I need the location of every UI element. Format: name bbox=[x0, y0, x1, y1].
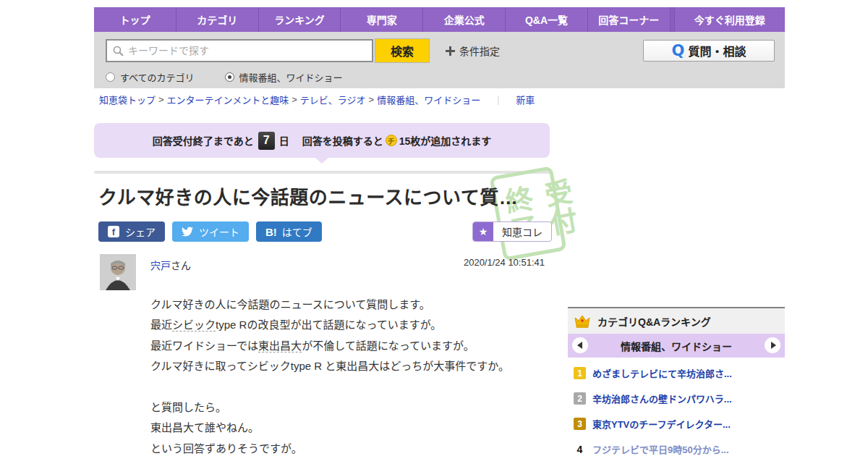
nav-item-signup[interactable]: 今すぐ利用登録 bbox=[675, 7, 785, 32]
condition-link[interactable]: 条件指定 bbox=[446, 43, 500, 58]
ranking-sidebar: カテゴリQ&Aランキング 情報番組、ワイドショー 1 めざましテレビにて辛坊治郎… bbox=[568, 307, 785, 456]
author-name-link[interactable]: 宍戸 bbox=[150, 260, 171, 271]
breadcrumb-entertainment[interactable]: エンターテインメントと趣味 bbox=[167, 93, 289, 106]
ranking-list: 1 めざましテレビにて辛坊治郎さ... 2 辛坊治郎さんの壁ドンパワハラ... … bbox=[568, 358, 785, 456]
condition-label: 条件指定 bbox=[459, 43, 500, 58]
question-line: 最近ワイドショーでは東出昌大が不倫して話題になっていますが。 bbox=[150, 336, 553, 356]
question-body: クルマ好きの人に今話題のニュースについて質問します。 最近シビックtype Rの… bbox=[150, 295, 553, 456]
search-box[interactable] bbox=[106, 39, 373, 62]
twitter-bird-icon bbox=[182, 227, 193, 237]
divider-rule bbox=[94, 171, 551, 174]
banner-pointer bbox=[315, 158, 328, 164]
main-content: 受付 終了 クルマ好きの人に今話題のニュースについて質… f シェア ツイート … bbox=[94, 180, 785, 456]
question-timestamp: 2020/1/24 10:51:41 bbox=[464, 257, 545, 268]
rank-badge-gold: 1 bbox=[574, 367, 586, 379]
radio-category-label[interactable]: 情報番組、ワイドショー bbox=[239, 70, 343, 84]
carousel-prev-button[interactable] bbox=[572, 337, 588, 353]
breadcrumb-tv-radio[interactable]: テレビ、ラジオ bbox=[300, 93, 366, 106]
share-row: f シェア ツイート B! はてブ ★ 知恵コレ bbox=[94, 221, 553, 242]
carousel-category-label: 情報番組、ワイドショー bbox=[621, 339, 732, 353]
question-text: 最近 bbox=[150, 318, 172, 331]
question-text: が不倫して話題になっていますが。 bbox=[302, 339, 475, 352]
avatar-image bbox=[100, 254, 136, 290]
crown-icon bbox=[574, 314, 591, 329]
banner-day-unit: 日 bbox=[279, 133, 289, 148]
plus-icon bbox=[446, 46, 455, 56]
rank-badge-silver: 2 bbox=[574, 392, 586, 405]
question-line: 東出昌大て誰やねん。 bbox=[150, 418, 553, 438]
ranking-item-text: 東京YTVのチーフデイレクター... bbox=[592, 417, 731, 431]
rank-badge-bronze: 3 bbox=[574, 418, 586, 430]
nav-divider bbox=[670, 7, 675, 32]
ranking-title: カテゴリQ&Aランキング bbox=[597, 314, 711, 329]
breadcrumb-current[interactable]: 情報番組、ワイドショー bbox=[377, 93, 480, 106]
facebook-icon: f bbox=[108, 226, 119, 237]
chie-coin-icon: チ bbox=[386, 135, 397, 146]
hatena-share-button[interactable]: B! はてブ bbox=[256, 221, 322, 242]
question-line: クルマ好きの人に今話題のニュースについて質問します。 bbox=[150, 295, 553, 315]
banner-pre-text: 回答受付終了まであと bbox=[153, 133, 254, 148]
twitter-share-label: ツイート bbox=[199, 224, 239, 239]
radio-all-categories[interactable] bbox=[106, 72, 115, 82]
nav-item-experts[interactable]: 専門家 bbox=[340, 7, 422, 32]
banner-reward-text: 15枚が追加されます bbox=[399, 133, 492, 148]
days-remaining-tile: 7 bbox=[258, 132, 275, 150]
page-container: トップ カテゴリ ランキング 専門家 企業公式 Q&A一覧 回答コーナー 今すぐ… bbox=[94, 7, 785, 456]
breadcrumb: 知恵袋トップ > エンターテインメントと趣味 > テレビ、ラジオ > 情報番組、… bbox=[94, 88, 785, 110]
breadcrumb-separator: > bbox=[292, 94, 297, 105]
top-navigation: トップ カテゴリ ランキング 専門家 企業公式 Q&A一覧 回答コーナー 今すぐ… bbox=[94, 7, 785, 32]
ranking-item-2[interactable]: 2 辛坊治郎さんの壁ドンパワハラ... bbox=[574, 392, 780, 405]
search-input[interactable] bbox=[128, 45, 366, 56]
ranking-item-1[interactable]: 1 めざましテレビにて辛坊治郎さ... bbox=[574, 366, 780, 380]
star-icon: ★ bbox=[473, 222, 493, 241]
breadcrumb-home[interactable]: 知恵袋トップ bbox=[99, 93, 156, 106]
ranking-item-3[interactable]: 3 東京YTVのチーフデイレクター... bbox=[574, 417, 780, 431]
search-section: 検索 条件指定 Q 質問・相談 すべてのカテゴリ 情報番組、ワイドショー bbox=[94, 32, 785, 88]
breadcrumb-separator: > bbox=[369, 94, 375, 105]
deadline-banner-wrap: 回答受付終了まであと 7 日 回答を投稿すると チ 15枚が追加されます bbox=[94, 123, 550, 158]
radio-current-category[interactable] bbox=[225, 72, 234, 82]
question-line: 最近シビックtype Rの改良型が出て話題になっていますが。 bbox=[150, 315, 553, 335]
banner-post-text: 回答を投稿すると bbox=[302, 133, 383, 148]
question-line-blank bbox=[150, 377, 553, 397]
ranking-header: カテゴリQ&Aランキング bbox=[568, 307, 785, 334]
avatar[interactable] bbox=[100, 254, 136, 290]
nav-item-qa-list[interactable]: Q&A一覧 bbox=[505, 7, 587, 32]
nav-item-answer-corner[interactable]: 回答コーナー bbox=[587, 7, 670, 32]
chiecolle-button[interactable]: ★ 知恵コレ bbox=[472, 221, 552, 242]
category-carousel: 情報番組、ワイドショー bbox=[568, 334, 785, 358]
rank-number: 4 bbox=[574, 443, 586, 455]
facebook-share-label: シェア bbox=[125, 224, 156, 239]
deadline-banner: 回答受付終了まであと 7 日 回答を投稿すると チ 15枚が追加されます bbox=[94, 123, 550, 158]
author-row: 宍戸さん 2020/1/24 10:51:41 bbox=[94, 254, 553, 292]
ask-question-button[interactable]: Q 質問・相談 bbox=[643, 40, 775, 62]
radio-all-label[interactable]: すべてのカテゴリ bbox=[120, 70, 195, 84]
ranking-item-4[interactable]: 4 フジテレビで平日9時50分から... bbox=[574, 442, 780, 456]
facebook-share-button[interactable]: f シェア bbox=[98, 221, 165, 242]
search-button[interactable]: 検索 bbox=[375, 38, 430, 63]
left-arrow-icon bbox=[577, 342, 582, 349]
breadcrumb-separator: > bbox=[158, 94, 164, 105]
right-arrow-icon bbox=[771, 342, 776, 349]
question-line: という回答ずありそうですが。 bbox=[150, 439, 553, 456]
hatena-icon: B! bbox=[265, 226, 277, 238]
question-line: と質問したら。 bbox=[150, 397, 553, 418]
breadcrumb-pipe: ｜ bbox=[493, 93, 503, 106]
ranking-item-text: フジテレビで平日9時50分から... bbox=[592, 442, 729, 456]
twitter-share-button[interactable]: ツイート bbox=[172, 221, 249, 242]
search-icon bbox=[113, 46, 124, 56]
nav-item-ranking[interactable]: ランキング bbox=[258, 7, 341, 32]
question-text: 最近ワイドショーでは bbox=[150, 339, 258, 352]
ranking-item-text: 辛坊治郎さんの壁ドンパワハラ... bbox=[592, 392, 732, 405]
author-name: 宍戸さん bbox=[150, 258, 191, 272]
carousel-next-button[interactable] bbox=[765, 337, 780, 353]
ranking-item-text: めざましテレビにて辛坊治郎さ... bbox=[592, 366, 732, 380]
related-keyword-link[interactable]: 新車 bbox=[516, 93, 535, 106]
nav-item-category[interactable]: カテゴリ bbox=[176, 7, 258, 32]
nav-item-official[interactable]: 企業公式 bbox=[422, 7, 505, 32]
keyword-link-civic[interactable]: シビック bbox=[172, 318, 216, 332]
nav-item-top[interactable]: トップ bbox=[94, 7, 176, 32]
keyword-link-higashide[interactable]: 東出昌大 bbox=[258, 339, 302, 352]
question-text: type Rの改良型が出て話題になっていますが。 bbox=[216, 318, 441, 331]
question-line: クルマ好きに取ってシビックtype R と東出昌大はどっちが大事件ですか。 bbox=[150, 356, 553, 376]
